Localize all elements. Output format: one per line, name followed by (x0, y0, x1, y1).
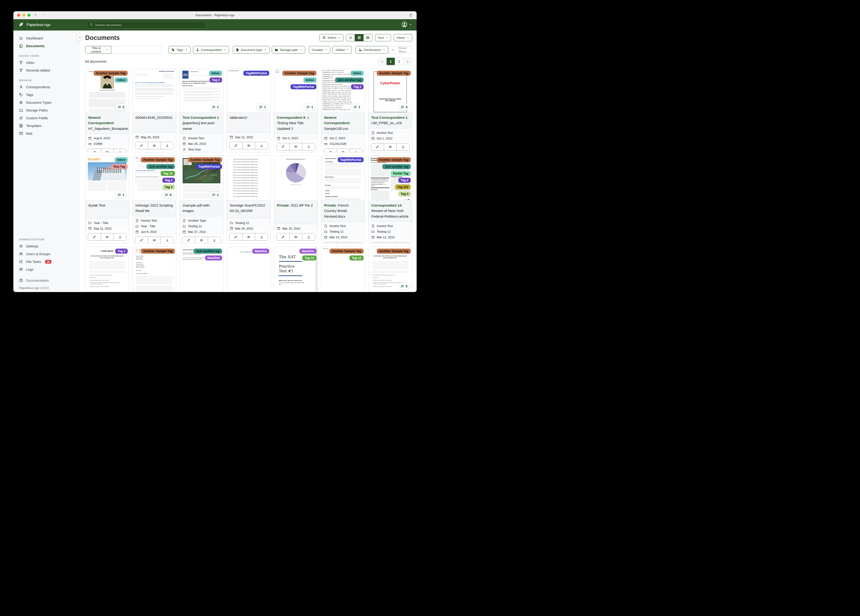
tag-pill[interactable]: Tag 2 (115, 248, 128, 253)
sidebar-item-recently-added[interactable]: Recently Added (13, 66, 80, 74)
document-card[interactable]: Lorem ipsum Lorem ipsum dolor sit amet, … (85, 247, 129, 292)
tag-pill[interactable]: TagWithPartial (196, 164, 222, 169)
document-correspondent[interactable]: Test Correspondent 1 (183, 115, 219, 119)
tag-pill[interactable]: TagWithPartial (338, 157, 364, 162)
download-document-button[interactable] (114, 149, 126, 152)
document-title[interactable] (321, 292, 365, 292)
sidebar-item-tags[interactable]: Tags (13, 91, 80, 99)
tag-pill[interactable]: Just another tag (335, 77, 364, 82)
sidebar-item-mail[interactable]: Mail (13, 130, 80, 137)
filter-created-button[interactable]: Created (309, 46, 330, 53)
comments-badge[interactable]: 1 (304, 104, 316, 111)
sidebar-item-file-tasks[interactable]: File Tasks16 (13, 258, 80, 266)
document-thumbnail[interactable]: Country,Region/State,”TagWithPartial1 (227, 69, 270, 112)
document-card[interactable]: Boundary Waters Trip Google Earth Anothe… (180, 156, 223, 244)
document-thumbnail[interactable]: Lorem ipsum Lorem ipsum dolor sit amet, … (369, 247, 412, 292)
tag-pill[interactable]: Tag 12 (302, 255, 316, 260)
tag-pill[interactable]: Tag 12 (161, 171, 175, 176)
document-thumbnail[interactable]: This is a multi page document. Page 1.Ne… (227, 247, 270, 292)
tag-pill[interactable]: Another Sample Tag (94, 71, 128, 75)
document-card[interactable]: French Country Bread For the Leaven Make… (321, 156, 365, 244)
document-card[interactable]: CyberPower PowerPanel® Business Edition … (368, 69, 412, 152)
sidebar-collapse-button[interactable]: « (77, 33, 83, 41)
edit-document-button[interactable] (182, 237, 195, 244)
comments-badge[interactable]: 6 (162, 191, 174, 198)
tag-pill[interactable]: Tag 222 (395, 184, 411, 189)
document-correspondent[interactable]: Correspondent 9 (277, 115, 305, 119)
view-document-button[interactable] (384, 242, 397, 244)
document-card[interactable]: Francja pod r NAPOLEON BONAPARTE Another… (85, 69, 129, 152)
document-card[interactable]: Country,Region/State,”TagWithPartial1 ta… (227, 69, 271, 152)
document-thumbnail[interactable]: This is a testAnother Sample TagTag 12 (321, 247, 365, 292)
document-title[interactable] (85, 292, 129, 292)
download-document-button[interactable] (302, 233, 315, 240)
filter-added-button[interactable]: Added (333, 46, 352, 53)
tag-pill[interactable]: Just another tag (382, 164, 411, 169)
tag-pill[interactable]: Another Sample Tag (377, 157, 411, 162)
document-title[interactable] (274, 292, 318, 292)
view-grid-button[interactable] (355, 34, 364, 41)
tag-pill[interactable]: Another Sample Tag (141, 248, 175, 253)
document-thumbnail[interactable]: one,1.0five,5.0Another Sample TagInboxTa… (274, 69, 318, 112)
tag-pill[interactable]: Another Sample Tag (282, 71, 316, 75)
document-title[interactable]: Private: French Country Bread Revised.do… (321, 200, 365, 222)
sidebar-item-dashboard[interactable]: Dashboard (13, 34, 80, 42)
document-title[interactable] (180, 292, 223, 292)
tag-pill[interactable]: Tag 2 (210, 77, 222, 82)
document-title[interactable]: Private: 2011 BP Pie 2 (274, 200, 318, 224)
edit-document-button[interactable] (88, 233, 101, 240)
tag-pill[interactable]: Inbox (209, 71, 222, 75)
document-thumbnail[interactable]: Lorem ipsum Lorem ipsum dolor sit amet, … (85, 247, 129, 292)
document-thumbnail[interactable]: ✸ BANK OF SCOTLAND 2,0 % p. a. auf Ihr T… (133, 69, 176, 112)
tag-pill[interactable]: Inbox (115, 77, 128, 82)
pagination-page-2[interactable]: 2 (395, 58, 403, 65)
comments-badge[interactable]: 2 (115, 104, 127, 111)
document-card[interactable]: This is a testAnother Sample TagTag 12 (321, 247, 365, 292)
document-title[interactable]: Correspondent 9: 1 Testing New Title Upd… (274, 112, 318, 134)
document-correspondent[interactable]: Test Correspondent 1 (371, 115, 408, 119)
download-document-button[interactable] (208, 237, 221, 244)
sidebar-item-settings[interactable]: Settings (13, 242, 80, 250)
edit-document-button[interactable] (371, 143, 384, 151)
document-thumbnail[interactable]: Boundary Waters Trip Google Earth Anothe… (180, 156, 223, 200)
tag-pill[interactable]: Test Tag (111, 164, 128, 169)
tag-pill[interactable]: Inbox (303, 77, 316, 82)
document-card[interactable]: Adob InDesign Scripting Documentation An… (132, 156, 176, 244)
tag-pill[interactable]: Another Sample Tag (188, 157, 222, 162)
download-document-button[interactable] (255, 233, 268, 240)
document-correspondent[interactable]: Private (324, 203, 336, 207)
close-window-button[interactable] (17, 14, 20, 17)
tag-pill[interactable]: TagWithPartial (243, 71, 269, 75)
edit-document-button[interactable] (229, 233, 242, 240)
document-card[interactable]: This is a test for the double space char… (227, 156, 271, 244)
download-document-button[interactable] (255, 142, 268, 149)
document-title[interactable]: drylab Test (85, 200, 129, 218)
sidebar-item-correspondents[interactable]: Correspondents (13, 83, 80, 91)
view-document-button[interactable] (242, 142, 255, 149)
document-card[interactable]: This is a multi page document. Page 1.Ne… (227, 247, 271, 292)
download-document-button[interactable] (350, 149, 362, 152)
pagination-page-1[interactable]: 1 (386, 58, 395, 65)
tag-pill[interactable]: NewOne (300, 248, 316, 253)
document-title[interactable]: Test Correspondent 1: UM_PPBE_en_v29 (369, 112, 412, 128)
document-thumbnail[interactable]: The SAT PracticeTest #1 Make time to tak… (274, 247, 318, 292)
tag-pill[interactable]: Another Sample Tag (141, 157, 175, 162)
forward-icon[interactable] (42, 13, 45, 17)
view-document-button[interactable] (101, 149, 114, 152)
minimize-window-button[interactable] (22, 14, 25, 17)
document-title[interactable]: Correspondent 14: Review-of-New-York-Fed… (369, 200, 412, 222)
tag-pill[interactable]: Partial Tag (391, 171, 411, 176)
edit-document-button[interactable] (277, 143, 290, 150)
view-document-button[interactable] (337, 149, 350, 152)
back-icon[interactable] (34, 13, 37, 17)
view-detail-button[interactable] (364, 34, 372, 41)
edit-document-button[interactable] (229, 142, 242, 149)
sidebar-item-storage-paths[interactable]: Storage Paths (13, 106, 80, 114)
document-title[interactable]: 0004814539_20230531 (133, 112, 176, 132)
document-title[interactable] (227, 292, 270, 292)
sidebar-item-logs[interactable]: Logs (13, 266, 80, 273)
filter-permissions-button[interactable]: Permissions (356, 46, 388, 53)
tag-pill[interactable]: NewOne (205, 255, 222, 260)
edit-document-button[interactable] (324, 149, 337, 152)
document-card[interactable]: Test Name 123-456-7890 January 2, 2022Ju… (132, 247, 176, 292)
